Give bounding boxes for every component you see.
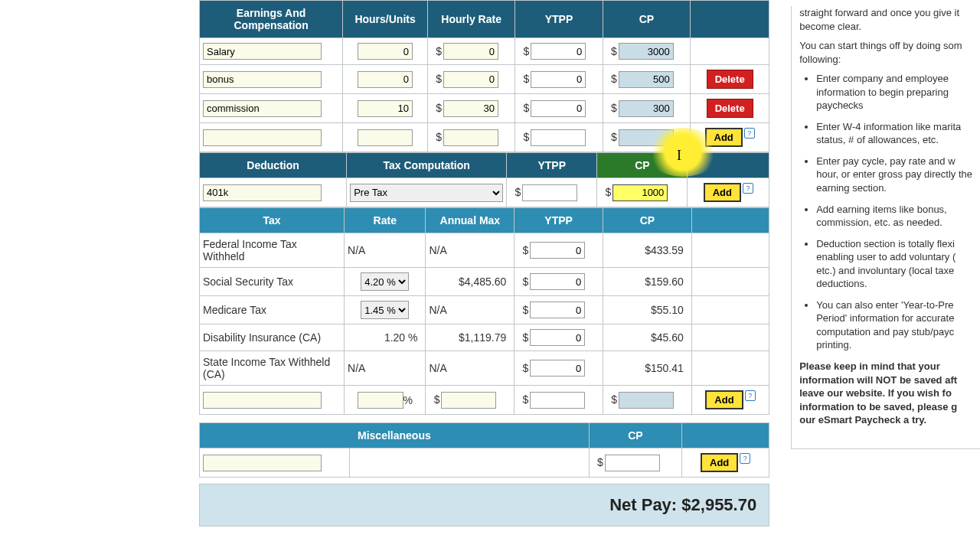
- tax-row: Social Security Tax 4.20 % $4,485.60 $ $…: [200, 268, 769, 296]
- earnings-hours-input[interactable]: [358, 100, 413, 117]
- netpay-value: $2,955.70: [681, 495, 756, 514]
- tax-row: Disability Insurance (CA) 1.20 % $1,119.…: [200, 324, 769, 351]
- tax-cp: $45.60: [603, 324, 692, 351]
- deduction-header-tax: Tax Computation: [347, 153, 507, 178]
- misc-table: Miscellaneous CP $ Add?: [199, 422, 769, 478]
- tax-ytpp-input[interactable]: [530, 302, 585, 318]
- tax-name-input[interactable]: [203, 392, 322, 409]
- misc-add-row: $ Add?: [200, 448, 769, 478]
- tax-rate-select[interactable]: 1.45 %: [361, 301, 409, 319]
- tax-max: $4,485.60: [426, 268, 514, 296]
- tax-add-row: % $ $ $ Add?: [200, 386, 769, 415]
- earnings-header-cp: CP: [603, 1, 690, 38]
- help-warning: Please keep in mind that your informatio…: [799, 360, 972, 427]
- tax-table: Tax Rate Annual Max YTPP CP Federal Inco…: [199, 207, 769, 415]
- deduction-table: Deduction Tax Computation YTPP CP Pre Ta…: [199, 152, 769, 207]
- earnings-cp-input[interactable]: [619, 71, 674, 88]
- tax-rate: 1.20 %: [345, 324, 426, 351]
- help-bullet: Deduction section is totally flexi enabl…: [816, 237, 972, 291]
- help-icon[interactable]: ?: [743, 183, 753, 194]
- deduction-cp-input[interactable]: [612, 184, 668, 201]
- tax-ytpp-input[interactable]: [530, 360, 585, 377]
- earnings-rate-input[interactable]: [443, 43, 498, 60]
- help-bullet: Enter company and employee information t…: [816, 72, 972, 112]
- misc-name-input[interactable]: [203, 455, 322, 471]
- earnings-name-input[interactable]: [203, 100, 322, 117]
- help-bullet: You can also enter 'Year-to-Pre Period' …: [816, 298, 972, 352]
- tax-max: N/A: [426, 233, 514, 268]
- earnings-ytpp-input[interactable]: [531, 129, 586, 146]
- deduction-header-name: Deduction: [200, 153, 347, 178]
- tax-ytpp-input[interactable]: [530, 273, 585, 290]
- tax-max: N/A: [426, 296, 514, 324]
- earnings-name-input[interactable]: [203, 43, 322, 60]
- help-bullet: Add earning items like bonus, commission…: [816, 203, 972, 230]
- earnings-ytpp-input[interactable]: [531, 71, 586, 88]
- tax-cp: $433.59: [603, 233, 692, 268]
- earnings-rate-input[interactable]: [443, 129, 498, 146]
- add-button[interactable]: Add: [705, 128, 743, 147]
- tax-cp: $159.60: [603, 268, 692, 296]
- tax-ytpp-input[interactable]: [530, 242, 585, 259]
- earnings-hours-input[interactable]: [358, 129, 413, 146]
- tax-rate: N/A: [345, 351, 426, 386]
- tax-name: Medicare Tax: [200, 296, 345, 324]
- earnings-rate-input[interactable]: [443, 71, 498, 88]
- tax-rate-select[interactable]: 4.20 %: [361, 272, 409, 291]
- tax-rate: N/A: [345, 233, 426, 268]
- help-icon[interactable]: ?: [744, 128, 755, 139]
- tax-computation-select[interactable]: Pre Tax: [350, 184, 503, 202]
- tax-cp: $55.10: [603, 296, 692, 324]
- add-button[interactable]: Add: [704, 183, 741, 202]
- tax-name: State Income Tax Withheld (CA): [200, 351, 345, 386]
- earnings-header-ytpp: YTPP: [515, 1, 603, 38]
- tax-row: State Income Tax Withheld (CA) N/A N/A $…: [200, 351, 769, 386]
- earnings-row: $ $ $ Delete: [200, 94, 769, 123]
- tax-row: Federal Income Tax Withheld N/A N/A $ $4…: [200, 233, 769, 268]
- delete-button[interactable]: Delete: [707, 70, 753, 89]
- earnings-cp-input[interactable]: [619, 100, 674, 117]
- earnings-cp-input[interactable]: [619, 43, 674, 60]
- netpay-label: Net Pay:: [609, 495, 677, 514]
- earnings-header-act: [691, 1, 769, 38]
- earnings-rate-input[interactable]: [443, 100, 498, 117]
- deduction-name-input[interactable]: [203, 184, 322, 201]
- earnings-hours-input[interactable]: [358, 71, 413, 88]
- add-button[interactable]: Add: [705, 390, 743, 409]
- earnings-header-name: Earnings And Compensation: [200, 1, 343, 38]
- earnings-row: $ $ $ Delete: [200, 65, 769, 94]
- earnings-name-input[interactable]: [203, 71, 322, 88]
- tax-max: N/A: [426, 351, 514, 386]
- tax-max: $1,119.79: [426, 324, 514, 351]
- tax-max-input[interactable]: [441, 392, 496, 409]
- tax-cp: $150.41: [603, 351, 692, 386]
- help-icon[interactable]: ?: [740, 453, 750, 464]
- misc-cp-input[interactable]: [605, 455, 660, 471]
- misc-header-name: Miscellaneous: [200, 423, 590, 448]
- deduction-header-cp: CP: [597, 153, 688, 178]
- earnings-cp-input[interactable]: [619, 129, 674, 146]
- earnings-header-hours: Hours/Units: [343, 1, 428, 38]
- earnings-table: Earnings And Compensation Hours/Units Ho…: [199, 0, 769, 152]
- earnings-ytpp-input[interactable]: [531, 100, 586, 117]
- deduction-ytpp-input[interactable]: [522, 184, 577, 201]
- deduction-row: Pre Tax $ $ Add?: [200, 178, 769, 207]
- earnings-hours-input[interactable]: [358, 43, 413, 60]
- earnings-header-rate: Hourly Rate: [427, 1, 514, 38]
- tax-cp-input[interactable]: [619, 392, 674, 409]
- tax-ytpp-input[interactable]: [530, 329, 585, 346]
- netpay-table: Net Pay: $2,955.70: [199, 484, 769, 527]
- earnings-ytpp-input[interactable]: [531, 43, 586, 60]
- tax-row: Medicare Tax 1.45 % N/A $ $55.10: [200, 296, 769, 324]
- help-icon[interactable]: ?: [745, 390, 756, 401]
- add-button[interactable]: Add: [701, 453, 738, 472]
- earnings-name-input[interactable]: [203, 129, 322, 146]
- tax-ytpp-input[interactable]: [530, 392, 585, 409]
- tax-header-ytpp: YTPP: [514, 208, 603, 233]
- tax-name: Federal Income Tax Withheld: [200, 233, 345, 268]
- tax-header-cp: CP: [603, 208, 692, 233]
- help-panel: straight forward and once you give itbec…: [791, 0, 980, 449]
- tax-rate-input[interactable]: [358, 392, 403, 409]
- help-bullet: Enter pay cycle, pay rate and w hour, or…: [816, 155, 972, 195]
- delete-button[interactable]: Delete: [707, 99, 753, 118]
